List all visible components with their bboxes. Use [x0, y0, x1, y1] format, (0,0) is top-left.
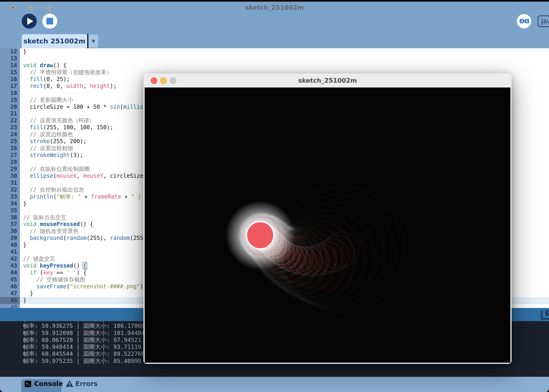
- line-number: 24: [0, 131, 17, 138]
- code-text: // 半透明背景（创建拖尾效果）: [23, 69, 112, 76]
- code-text: }: [23, 48, 26, 55]
- errors-tab-label: Errors: [75, 380, 98, 388]
- tab-errors[interactable]: Errors: [64, 379, 96, 392]
- line-number: 27: [0, 152, 17, 159]
- line-number: 39: [0, 235, 17, 242]
- code-text: void keyPressed() {: [23, 262, 87, 269]
- code-line: 14void draw() {: [0, 62, 549, 69]
- code-text: // 设置边框粗细: [23, 145, 73, 152]
- code-text: void mousePressed() {: [23, 221, 93, 228]
- line-number: 43: [0, 262, 17, 269]
- sketch-window-title: sketch_251002m: [143, 77, 512, 84]
- sketch-canvas[interactable]: [145, 87, 510, 363]
- line-number: 25: [0, 138, 17, 145]
- line-number: 41: [0, 249, 17, 256]
- code-text: // 鼠标点击交互: [23, 214, 66, 221]
- line-number: 47: [0, 290, 17, 297]
- code-text: void draw() {: [23, 62, 67, 69]
- bottom-tab-bar: >_ Console Errors: [0, 377, 549, 392]
- code-text: }: [23, 200, 26, 207]
- stop-button[interactable]: [42, 14, 57, 29]
- tab-strip: sketch 251002m ▼: [0, 34, 549, 48]
- debug-butterfly-icon: ʚɞ: [517, 16, 531, 25]
- warning-icon: [66, 380, 73, 387]
- line-number: 42: [0, 256, 17, 262]
- ide-toolbar: ʚɞ Jav: [0, 13, 549, 34]
- terminal-icon: >_: [25, 381, 31, 387]
- sketch-output-window: sketch_251002m: [143, 73, 512, 364]
- line-number: 19: [0, 97, 17, 104]
- line-number: 36: [0, 214, 17, 221]
- line-number: 15: [0, 69, 17, 76]
- code-text: // 随机改变背景色: [23, 228, 78, 235]
- code-text: }: [23, 242, 26, 249]
- code-line: 12}: [0, 48, 549, 55]
- code-text: // 设置边框颜色: [23, 131, 73, 138]
- sketch-titlebar: sketch_251002m: [143, 73, 512, 88]
- code-text: strokeWeight(3);: [23, 152, 83, 159]
- code-text: // 在控制台输出信息: [23, 187, 84, 193]
- line-number: 32: [0, 187, 17, 193]
- code-text: }: [23, 290, 33, 297]
- play-icon: [27, 18, 33, 25]
- line-number: 29: [0, 166, 17, 173]
- line-number: 30: [0, 173, 17, 180]
- line-number: 38: [0, 228, 17, 235]
- line-number: 35: [0, 207, 17, 214]
- ide-titlebar: sketch_251002m: [0, 2, 549, 13]
- line-number: 21: [0, 110, 17, 117]
- line-number: 44: [0, 269, 17, 276]
- line-number: 49: [0, 304, 17, 308]
- line-number: 34: [0, 200, 17, 207]
- line-number: 45: [0, 276, 17, 283]
- line-number: 37: [0, 221, 17, 228]
- code-text: fill(0, 25);: [23, 76, 70, 83]
- tab-console[interactable]: >_ Console: [21, 379, 61, 392]
- sketch-canvas-frame: [145, 87, 510, 363]
- console-panel-icon[interactable]: [539, 310, 549, 321]
- code-text: // 更新圆圈大小: [23, 97, 73, 104]
- code-text: stroke(255, 200);: [23, 138, 87, 145]
- ide-window-title: sketch_251002m: [0, 4, 549, 11]
- line-number: 16: [0, 76, 17, 83]
- code-line: 13: [0, 55, 549, 62]
- window-top-edge: [0, 0, 549, 2]
- line-number: 22: [0, 117, 17, 124]
- line-number: 14: [0, 62, 17, 69]
- line-number: 18: [0, 90, 17, 97]
- code-text: }: [23, 297, 26, 304]
- line-number: 46: [0, 283, 17, 290]
- code-text: // 在鼠标位置绘制圆圈: [23, 166, 90, 173]
- line-number: 31: [0, 180, 17, 187]
- code-text: // 空格键保存截图: [23, 276, 85, 283]
- console-tab-label: Console: [34, 380, 63, 388]
- line-number: 40: [0, 242, 17, 249]
- code-text: fill(255, 100, 100, 150);: [23, 124, 113, 131]
- line-number: 17: [0, 83, 17, 90]
- code-text: saveFrame("screenshot-####.png");: [23, 283, 147, 290]
- code-text: rect(0, 0, width, height);: [23, 83, 117, 90]
- tab-dropdown-button[interactable]: ▼: [89, 35, 98, 48]
- run-button[interactable]: [22, 14, 37, 29]
- tab-sketch[interactable]: sketch 251002m: [22, 34, 87, 48]
- line-number: 48: [0, 297, 17, 304]
- line-number: 33: [0, 193, 17, 200]
- code-text: // 键盘交互: [23, 256, 55, 262]
- mode-selector-button[interactable]: Jav: [538, 15, 549, 27]
- tab-separator: [87, 34, 88, 48]
- line-number: 13: [0, 55, 17, 62]
- line-number: 20: [0, 104, 17, 111]
- line-number: 26: [0, 145, 17, 152]
- code-text: if (key == ' ') {: [23, 269, 87, 276]
- line-number: 28: [0, 159, 17, 166]
- debug-button[interactable]: ʚɞ: [517, 14, 531, 28]
- line-number: 23: [0, 124, 17, 131]
- stop-icon: [46, 18, 53, 24]
- code-text: // 设置填充颜色（RGB）: [23, 117, 94, 124]
- line-number: 12: [0, 48, 17, 55]
